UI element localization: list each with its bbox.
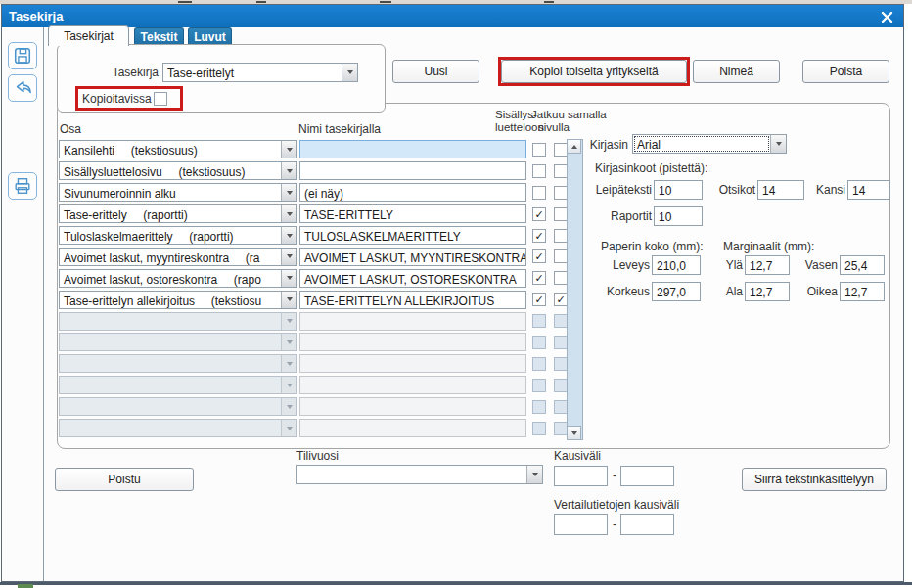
kopioi-toiselta-button[interactable]: Kopioi toiselta yritykseltä (501, 60, 687, 83)
osa-value (60, 355, 281, 372)
nimi-input[interactable] (299, 161, 526, 180)
table-row: Sivunumeroinnin alku(ei näy) (59, 182, 568, 204)
osa-select[interactable]: Sisällysluettelosivu (tekstiosuus) (59, 161, 297, 180)
scroll-down-icon[interactable] (567, 426, 581, 440)
jatkuu-checkbox[interactable] (554, 271, 568, 285)
oikea-input[interactable]: 12,7 (840, 282, 885, 301)
raportit-input[interactable]: 10 (654, 206, 703, 226)
siirra-tekstinkasittelyyn-button[interactable]: Siirrä tekstinkäsittelyyn (742, 468, 887, 491)
vertailu-from-input[interactable] (554, 514, 608, 535)
nimi-input[interactable] (299, 140, 526, 158)
tilivuosi-combobox[interactable] (296, 465, 543, 484)
chevron-down-icon[interactable] (281, 205, 296, 222)
osa-select[interactable]: Sivunumeroinnin alku (59, 183, 297, 202)
chevron-down-icon[interactable] (281, 227, 296, 244)
ala-label: Ala (694, 285, 743, 298)
oikea-value: 12,7 (841, 283, 884, 300)
tilivuosi-label: Tilivuosi (296, 449, 339, 463)
osa-select[interactable]: Tuloslaskelmaerittely (raportti) (59, 226, 297, 245)
sisallys-checkbox[interactable]: ✓ (532, 271, 546, 285)
left-toolbar (2, 27, 44, 581)
poista-button[interactable]: Poista (802, 60, 889, 83)
nimi-input[interactable]: (ei näy) (299, 183, 526, 202)
table-row (59, 353, 568, 375)
osa-value: Avoimet laskut, ostoreskontra (rapo (60, 270, 281, 287)
osa-value (60, 398, 281, 415)
sisallys-checkbox (532, 357, 546, 371)
chevron-down-icon[interactable] (770, 135, 786, 153)
osa-select[interactable]: Avoimet laskut, ostoreskontra (rapo (59, 269, 297, 288)
nimi-value: TULOSLASKELMAERITTELY (300, 227, 525, 244)
column-header-sisallys-2: luetteloon (495, 121, 544, 133)
nimi-input[interactable]: AVOIMET LASKUT, OSTORESKONTRA (299, 269, 526, 288)
korkeus-value: 297,0 (653, 283, 700, 300)
jatkuu-checkbox (554, 357, 568, 371)
background-artifact (178, 1, 192, 3)
kopioitavissa-checkbox[interactable] (154, 92, 167, 106)
osa-value: Tase-erittely (raportti) (60, 205, 281, 222)
nimi-input[interactable]: TULOSLASKELMAERITTELY (299, 226, 526, 245)
osa-select[interactable]: Kansilehti (tekstiosuus) (59, 140, 297, 158)
column-header-jatkuu-1: Jatkuu samalla (531, 109, 607, 120)
title-bar[interactable]: Tasekirja (2, 5, 903, 27)
chevron-down-icon[interactable] (281, 184, 296, 201)
sisallys-checkbox[interactable]: ✓ (532, 229, 546, 243)
sisallys-checkbox (532, 422, 546, 435)
otsikot-label: Otsikot (677, 183, 755, 197)
table-row (59, 396, 568, 418)
undo-button[interactable] (8, 74, 37, 102)
chevron-down-icon[interactable] (281, 141, 296, 158)
chevron-down-icon[interactable] (342, 64, 357, 81)
chevron-down-icon (281, 355, 296, 372)
tasekirja-dialog: Tasekirja Tasekirjat Tekstit Lu (1, 4, 904, 582)
chevron-down-icon (281, 313, 296, 330)
uusi-button[interactable]: Uusi (392, 60, 479, 83)
kansi-input[interactable]: 14 (847, 180, 890, 200)
close-icon[interactable] (878, 8, 895, 25)
nimi-value: (ei näy) (300, 184, 525, 201)
raportit-value: 10 (655, 207, 702, 225)
vasen-input[interactable]: 25,4 (840, 255, 885, 275)
sisallys-checkbox[interactable]: ✓ (532, 249, 546, 263)
vertailu-to-input[interactable] (620, 514, 674, 535)
chevron-down-icon[interactable] (526, 466, 542, 483)
nimi-value (300, 313, 525, 330)
sisallys-checkbox[interactable]: ✓ (532, 293, 546, 306)
sisallys-checkbox[interactable] (532, 186, 546, 200)
sisallys-checkbox[interactable] (532, 164, 546, 178)
chevron-down-icon[interactable] (281, 270, 296, 287)
poistu-button[interactable]: Poistu (55, 468, 194, 491)
print-button[interactable] (8, 172, 37, 200)
jatkuu-checkbox (554, 379, 568, 392)
nimi-input[interactable]: AVOIMET LASKUT, MYYNTIRESKONTRA (299, 248, 526, 266)
save-icon (13, 46, 32, 66)
nimi-input[interactable]: TASE-ERITTELYN ALLEKIRJOITUS (299, 291, 526, 309)
tasekirja-value: Tase-erittelyt (163, 64, 342, 81)
tab-tasekirjat[interactable]: Tasekirjat (48, 25, 129, 46)
print-icon (13, 176, 32, 196)
chevron-down-icon[interactable] (281, 162, 296, 179)
chevron-down-icon[interactable] (281, 249, 296, 265)
table-row: Kansilehti (tekstiosuus) (59, 139, 568, 160)
osa-value: Avoimet laskut, myyntireskontra (ra (60, 249, 281, 265)
osa-select[interactable]: Avoimet laskut, myyntireskontra (ra (59, 248, 297, 266)
chevron-down-icon[interactable] (281, 292, 296, 308)
kopioi-highlight: Kopioi toiselta yritykseltä (498, 57, 690, 86)
nimea-button[interactable]: Nimeä (693, 60, 780, 83)
kausivali-from-input[interactable] (554, 466, 608, 486)
osa-select (59, 312, 297, 331)
kansi-value: 14 (848, 181, 889, 199)
kausivali-to-input[interactable] (620, 466, 674, 486)
jatkuu-checkbox[interactable] (554, 164, 568, 178)
osa-select[interactable]: Tase-erittelyn allekirjoitus (tekstiosu (59, 291, 297, 309)
tasekirja-combobox[interactable]: Tase-erittelyt (162, 63, 358, 82)
kausivali-to-value (621, 467, 673, 485)
jatkuu-checkbox[interactable] (554, 229, 568, 243)
osa-value: Kansilehti (tekstiosuus) (60, 141, 281, 158)
osa-select[interactable]: Tase-erittely (raportti) (59, 204, 297, 223)
kirjasin-combobox[interactable]: Arial (632, 134, 787, 154)
background-artifact (18, 584, 33, 588)
save-button[interactable] (8, 42, 37, 69)
sisallys-checkbox[interactable]: ✓ (532, 207, 546, 221)
nimi-input[interactable]: TASE-ERITTELY (299, 204, 526, 223)
